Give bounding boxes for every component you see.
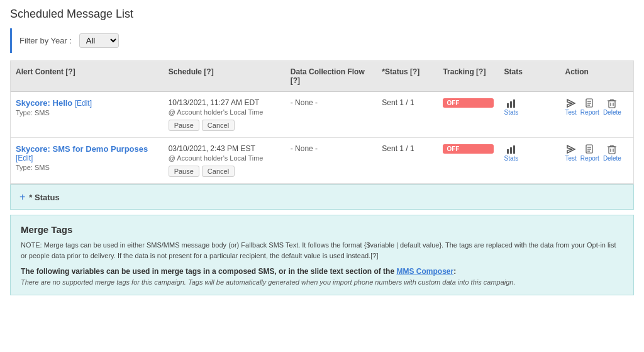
- status-1: Sent 1 / 1: [382, 98, 433, 107]
- msg-title-2[interactable]: Skycore: SMS for Demo Purposes: [16, 144, 148, 154]
- status-2: Sent 1 / 1: [382, 144, 433, 153]
- mms-composer-link[interactable]: MMS Composer: [396, 267, 453, 276]
- expand-status-icon[interactable]: +: [19, 191, 25, 203]
- stats-icon-group-2: Stats: [504, 144, 555, 162]
- merge-note-text: NOTE: Merge tags can be used in either S…: [21, 241, 616, 259]
- svg-rect-2: [513, 99, 515, 108]
- stats-action-1[interactable]: Stats: [504, 98, 518, 116]
- cancel-btn-2[interactable]: Cancel: [202, 166, 235, 177]
- cell-alert-content-1: Skycore: Hello [Edit] Type: SMS: [11, 92, 164, 137]
- svg-rect-11: [507, 149, 509, 154]
- col-tracking: Tracking [?]: [438, 61, 499, 91]
- merge-tags-italic: There are no supported merge tags for th…: [21, 278, 623, 286]
- schedule-local-1: @ Account holder's Local Time: [169, 108, 280, 116]
- cell-tracking-2: OFF: [438, 138, 499, 183]
- col-stats: Stats: [499, 61, 560, 91]
- schedule-local-2: @ Account holder's Local Time: [169, 154, 280, 162]
- report-label-1: Report: [580, 109, 599, 116]
- cell-action-1: Test Report Delete: [560, 92, 633, 137]
- col-action: Action: [560, 61, 633, 91]
- report-label-2: Report: [580, 155, 599, 162]
- tracking-badge-2[interactable]: OFF: [443, 144, 494, 154]
- page-title: Scheduled Message List: [10, 8, 634, 21]
- message-table: Alert Content [?] Schedule [?] Data Coll…: [10, 60, 634, 185]
- svg-rect-18: [609, 147, 615, 154]
- page-wrapper: Scheduled Message List Filter by Year : …: [0, 0, 644, 303]
- status-legend: + * Status: [10, 185, 634, 210]
- cell-tracking-1: OFF: [438, 92, 499, 137]
- delete-label-1: Delete: [603, 109, 621, 116]
- test-label-1: Test: [565, 109, 577, 116]
- pause-btn-2[interactable]: Pause: [169, 166, 199, 177]
- col-status: *Status [?]: [377, 61, 438, 91]
- data-flow-1: - None -: [291, 98, 372, 107]
- cell-schedule-2: 03/10/2021, 2:43 PM EST @ Account holder…: [164, 138, 286, 183]
- schedule-btns-1: Pause Cancel: [169, 120, 280, 131]
- action-icon-group-2: Test Report Delete: [565, 144, 628, 162]
- schedule-time-2: 03/10/2021, 2:43 PM EST: [169, 144, 280, 153]
- stats-action-2[interactable]: Stats: [504, 144, 518, 162]
- col-data-flow: Data Collection Flow [?]: [286, 61, 377, 91]
- col-schedule: Schedule [?]: [164, 61, 286, 91]
- delete-label-2: Delete: [603, 155, 621, 162]
- stats-label-1: Stats: [504, 109, 518, 116]
- svg-rect-13: [513, 145, 515, 154]
- cell-alert-content-2: Skycore: SMS for Demo Purposes [Edit] Ty…: [11, 138, 164, 183]
- col-alert-content: Alert Content [?]: [11, 61, 164, 91]
- svg-rect-7: [609, 101, 615, 108]
- cell-status-2: Sent 1 / 1: [377, 138, 438, 183]
- msg-type-2: Type: SMS: [16, 164, 158, 171]
- merge-tags-section: Merge Tags NOTE: Merge tags can be used …: [10, 215, 634, 295]
- cell-data-flow-2: - None -: [286, 138, 377, 183]
- table-header: Alert Content [?] Schedule [?] Data Coll…: [11, 61, 633, 92]
- schedule-btns-2: Pause Cancel: [169, 166, 280, 177]
- merge-tags-heading: The following variables can be used in m…: [21, 267, 623, 276]
- svg-rect-12: [510, 147, 512, 154]
- test-action-2[interactable]: Test: [565, 144, 577, 162]
- action-icon-group-1: Test Report Delete: [565, 98, 628, 116]
- delete-action-1[interactable]: Delete: [603, 98, 621, 116]
- status-legend-text: * Status: [29, 193, 59, 202]
- report-action-1[interactable]: Report: [580, 98, 599, 116]
- data-flow-2: - None -: [291, 144, 372, 153]
- cell-action-2: Test Report Delete: [560, 138, 633, 183]
- svg-rect-1: [510, 101, 512, 108]
- edit-link-2[interactable]: [Edit]: [16, 154, 33, 162]
- schedule-time-1: 10/13/2021, 11:27 AM EDT: [169, 98, 280, 107]
- cell-schedule-1: 10/13/2021, 11:27 AM EDT @ Account holde…: [164, 92, 286, 137]
- filter-bar: Filter by Year : All 2021 2022 2023: [10, 28, 634, 53]
- cancel-btn-1[interactable]: Cancel: [202, 120, 235, 131]
- cell-stats-1: Stats: [499, 92, 560, 137]
- stats-label-2: Stats: [504, 155, 518, 162]
- table-row: Skycore: SMS for Demo Purposes [Edit] Ty…: [11, 138, 633, 184]
- cell-stats-2: Stats: [499, 138, 560, 183]
- report-action-2[interactable]: Report: [580, 144, 599, 162]
- svg-rect-0: [507, 103, 509, 108]
- cell-data-flow-1: - None -: [286, 92, 377, 137]
- table-row: Skycore: Hello [Edit] Type: SMS 10/13/20…: [11, 92, 633, 138]
- stats-icon-group-1: Stats: [504, 98, 555, 116]
- merge-tags-note: NOTE: Merge tags can be used in either S…: [21, 240, 623, 261]
- test-label-2: Test: [565, 155, 577, 162]
- cell-status-1: Sent 1 / 1: [377, 92, 438, 137]
- edit-link-1[interactable]: [Edit]: [75, 99, 92, 108]
- delete-action-2[interactable]: Delete: [603, 144, 621, 162]
- filter-year-select[interactable]: All 2021 2022 2023: [79, 33, 119, 48]
- msg-title-1[interactable]: Skycore: Hello: [16, 98, 72, 108]
- merge-tags-title: Merge Tags: [21, 224, 623, 235]
- test-action-1[interactable]: Test: [565, 98, 577, 116]
- filter-year-label: Filter by Year :: [19, 36, 72, 45]
- tracking-badge-1[interactable]: OFF: [443, 98, 494, 108]
- pause-btn-1[interactable]: Pause: [169, 120, 199, 131]
- msg-type-1: Type: SMS: [16, 109, 158, 116]
